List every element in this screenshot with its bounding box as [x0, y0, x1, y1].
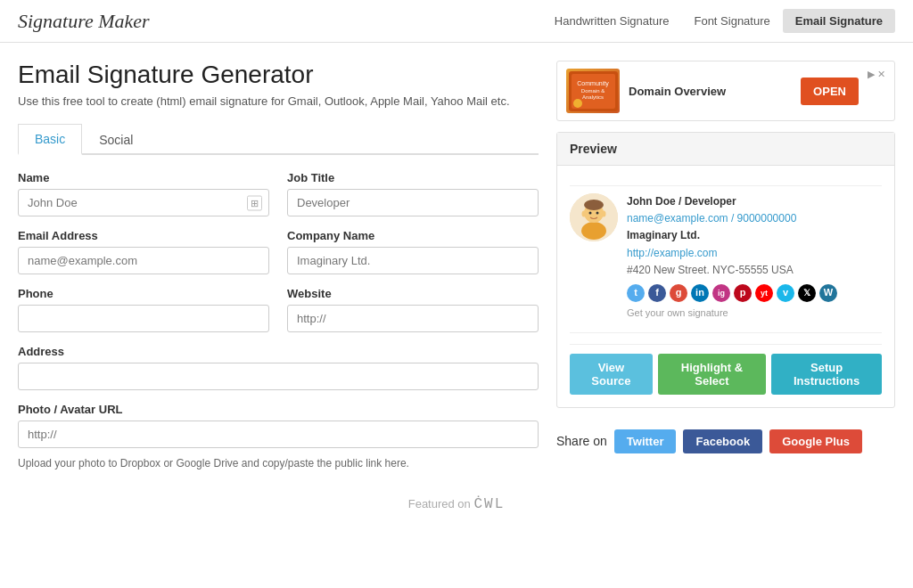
preview-signature: John Doe / Developer name@example.com / … — [570, 193, 882, 322]
social-icon-instagram[interactable]: ig — [712, 284, 730, 302]
site-logo: Signature Maker — [18, 10, 150, 33]
share-twitter-button[interactable]: Twitter — [614, 429, 677, 453]
svg-point-9 — [584, 200, 604, 210]
svg-text:Domain &: Domain & — [580, 88, 604, 94]
address-label: Address — [18, 345, 539, 358]
preview-get-own: Get your own signature — [627, 306, 837, 322]
share-row: Share on Twitter Facebook Google Plus — [556, 421, 895, 462]
preview-email-phone: name@example.com / 9000000000 — [627, 210, 837, 227]
preview-name: John Doe / Developer — [627, 193, 837, 210]
email-field: Email Address — [18, 229, 269, 274]
social-icon-pinterest[interactable]: p — [734, 284, 752, 302]
footer: Featured on ĊWL — [0, 478, 913, 530]
right-panel: Community Domain & Analytics Domain Over… — [556, 61, 895, 470]
form-tabs: Basic Social — [18, 124, 539, 155]
social-icon-twitter2[interactable]: 𝕏 — [798, 284, 816, 302]
social-icon-vimeo[interactable]: v — [777, 284, 794, 302]
svg-point-7 — [581, 222, 606, 240]
social-icon-google[interactable]: g — [670, 284, 687, 302]
jobtitle-field: Job Title — [287, 171, 539, 216]
jobtitle-input[interactable] — [287, 189, 539, 216]
svg-point-5 — [573, 99, 582, 108]
address-field: Address — [18, 345, 539, 390]
svg-text:Analytics: Analytics — [581, 94, 603, 100]
photo-input[interactable] — [18, 421, 539, 448]
preview-address: #420 New Street. NYC-55555 USA — [627, 262, 837, 279]
nav-font[interactable]: Font Signature — [681, 9, 782, 33]
svg-point-11 — [596, 212, 599, 215]
left-panel: Email Signature Generator Use this free … — [18, 61, 539, 470]
svg-point-10 — [589, 212, 592, 215]
page-subtitle: Use this free tool to create (html) emai… — [18, 94, 539, 108]
ad-banner: Community Domain & Analytics Domain Over… — [556, 61, 895, 121]
jobtitle-label: Job Title — [287, 171, 539, 184]
page-title: Email Signature Generator — [18, 61, 539, 89]
social-icon-linkedin[interactable]: in — [691, 284, 709, 302]
highlight-select-button[interactable]: Highlight & Select — [658, 354, 766, 395]
name-input-icon: ⊞ — [247, 195, 262, 210]
preview-top-divider — [570, 185, 882, 186]
company-label: Company Name — [287, 229, 539, 242]
svg-point-13 — [602, 211, 606, 217]
share-label: Share on — [556, 434, 607, 448]
tab-basic[interactable]: Basic — [18, 124, 82, 155]
preview-info: John Doe / Developer name@example.com / … — [627, 193, 837, 322]
preview-bottom-divider — [570, 332, 882, 333]
social-icon-twitter[interactable]: t — [627, 284, 645, 302]
form-grid: Name ⊞ Job Title Email Address Company N… — [18, 171, 539, 470]
company-input[interactable] — [287, 247, 539, 274]
ad-image: Community Domain & Analytics — [566, 69, 620, 113]
preview-company: Imaginary Ltd. — [627, 227, 837, 244]
preview-header: Preview — [557, 133, 894, 166]
view-source-button[interactable]: View Source — [570, 354, 653, 395]
setup-instructions-button[interactable]: Setup Instructions — [771, 354, 882, 395]
preview-body: John Doe / Developer name@example.com / … — [557, 166, 894, 407]
website-label: Website — [287, 287, 539, 300]
ad-close-icon[interactable]: ▶ ✕ — [868, 69, 885, 80]
social-icon-youtube[interactable]: yt — [755, 284, 773, 302]
main-container: Email Signature Generator Use this free … — [0, 43, 913, 478]
footer-logo: ĊWL — [473, 496, 505, 512]
name-input-wrapper: ⊞ — [18, 189, 269, 216]
phone-label: Phone — [18, 287, 269, 300]
name-input[interactable] — [18, 189, 269, 216]
nav-email[interactable]: Email Signature — [783, 9, 895, 33]
social-icon-wordpress[interactable]: W — [819, 284, 837, 302]
share-googleplus-button[interactable]: Google Plus — [769, 429, 862, 453]
avatar — [570, 193, 618, 241]
share-facebook-button[interactable]: Facebook — [683, 429, 762, 453]
photo-field: Photo / Avatar URL Upload your photo to … — [18, 403, 539, 470]
address-input[interactable] — [18, 363, 539, 390]
company-field: Company Name — [287, 229, 539, 274]
svg-point-12 — [582, 211, 587, 217]
header: Signature Maker Handwritten Signature Fo… — [0, 0, 913, 43]
phone-input[interactable] — [18, 305, 269, 332]
website-input[interactable] — [287, 305, 539, 332]
phone-field: Phone — [18, 287, 269, 332]
main-nav: Handwritten Signature Font Signature Ema… — [542, 9, 895, 33]
email-label: Email Address — [18, 229, 269, 242]
preview-website: http://example.com — [627, 245, 837, 262]
social-icon-facebook[interactable]: f — [648, 284, 666, 302]
footer-text: Featured on — [408, 497, 471, 510]
tab-social[interactable]: Social — [82, 124, 150, 155]
photo-label: Photo / Avatar URL — [18, 403, 539, 416]
upload-hint: Upload your photo to Dropbox or Google D… — [18, 457, 539, 470]
svg-text:Community: Community — [577, 80, 609, 87]
ad-text: Domain Overview — [629, 85, 792, 98]
name-label: Name — [18, 171, 269, 184]
action-buttons: View Source Highlight & Select Setup Ins… — [570, 344, 882, 395]
name-field: Name ⊞ — [18, 171, 269, 216]
website-field: Website — [287, 287, 539, 332]
ad-open-button[interactable]: OPEN — [801, 78, 859, 105]
preview-panel: Preview — [556, 132, 895, 408]
email-input[interactable] — [18, 247, 269, 274]
nav-handwritten[interactable]: Handwritten Signature — [542, 9, 682, 33]
social-icons-row: t f g in ig p yt v 𝕏 W — [627, 284, 837, 302]
